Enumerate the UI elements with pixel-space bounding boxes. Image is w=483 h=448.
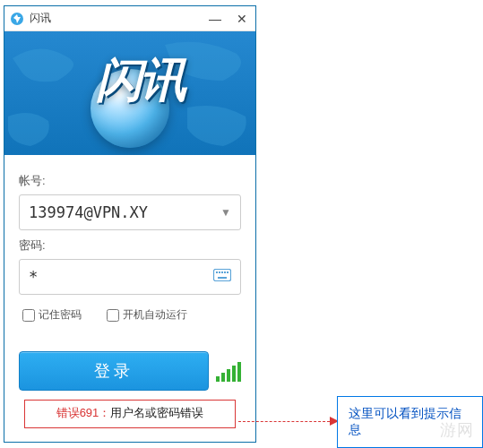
- svg-rect-5: [224, 271, 226, 273]
- remember-label: 记住密码: [39, 307, 82, 323]
- password-input[interactable]: [29, 268, 213, 286]
- signal-strength-icon: [216, 360, 241, 382]
- options-row: 记住密码 开机自动运行: [22, 307, 241, 323]
- app-window: 闪讯 — ✕ 闪讯 帐号: ▼ 密码:: [4, 5, 256, 443]
- minimize-button[interactable]: —: [202, 10, 229, 28]
- close-button[interactable]: ✕: [229, 10, 255, 28]
- autorun-checkbox-input[interactable]: [107, 309, 119, 322]
- app-icon: [10, 12, 24, 26]
- dropdown-icon[interactable]: ▼: [220, 206, 231, 219]
- svg-rect-1: [214, 270, 231, 281]
- header-banner: 闪讯: [4, 31, 255, 155]
- svg-rect-4: [221, 271, 223, 273]
- login-button[interactable]: 登录: [19, 351, 209, 391]
- annotation-arrow: [238, 412, 339, 430]
- error-text: 用户名或密码错误: [110, 406, 203, 419]
- autorun-label: 开机自动运行: [123, 307, 187, 323]
- remember-checkbox-input[interactable]: [22, 309, 35, 322]
- error-message-box: 错误691：用户名或密码错误: [24, 400, 236, 428]
- svg-rect-7: [218, 277, 227, 279]
- account-input[interactable]: [29, 203, 220, 221]
- svg-rect-2: [216, 271, 218, 273]
- error-code: 错误691：: [56, 406, 111, 419]
- watermark: 游网: [440, 419, 474, 441]
- remember-password-checkbox[interactable]: 记住密码: [22, 307, 82, 323]
- app-title: 闪讯: [30, 11, 202, 26]
- svg-rect-3: [219, 271, 220, 273]
- password-label: 密码:: [19, 237, 241, 254]
- keyboard-icon[interactable]: [213, 269, 231, 285]
- login-form: 帐号: ▼ 密码: 记住密码 开机自动运行: [4, 155, 255, 330]
- svg-rect-6: [227, 271, 229, 273]
- password-field[interactable]: [19, 259, 241, 295]
- account-field[interactable]: ▼: [19, 194, 241, 230]
- account-label: 帐号:: [19, 173, 241, 189]
- autorun-checkbox[interactable]: 开机自动运行: [107, 307, 187, 323]
- login-button-label: 登录: [94, 360, 134, 382]
- titlebar: 闪讯 — ✕: [4, 6, 255, 31]
- login-row: 登录: [19, 351, 241, 391]
- logo-text: 闪讯: [96, 49, 184, 112]
